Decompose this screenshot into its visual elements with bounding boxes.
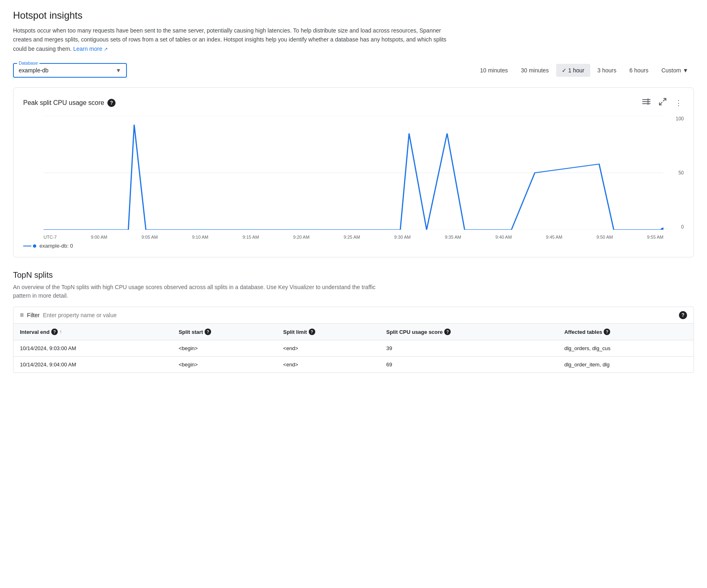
legend-dash-icon bbox=[23, 246, 31, 246]
col-cpu-help-icon[interactable]: ? bbox=[444, 329, 451, 335]
controls-row: Database example-db test-db prod-db ▼ 10… bbox=[13, 63, 694, 78]
chart-help-icon[interactable]: ? bbox=[107, 99, 116, 107]
time-filter-6hours[interactable]: 6 hours bbox=[624, 64, 654, 77]
filter-icon: ≡ bbox=[20, 311, 24, 319]
x-label-915: 9:15 AM bbox=[242, 235, 259, 240]
splits-table: Interval end ? ↑ Split start ? Spl bbox=[13, 324, 694, 372]
x-label-940: 9:40 AM bbox=[495, 235, 512, 240]
legend-dot-icon bbox=[33, 244, 36, 248]
table-container: Interval end ? ↑ Split start ? Spl bbox=[13, 324, 694, 373]
time-filter-10min[interactable]: 10 minutes bbox=[474, 64, 513, 77]
col-split-limit-help-icon[interactable]: ? bbox=[309, 329, 315, 335]
x-label-950: 9:50 AM bbox=[596, 235, 613, 240]
col-interval-end: Interval end ? ↑ bbox=[13, 324, 172, 340]
col-split-start: Split start ? bbox=[172, 324, 277, 340]
x-label-945: 9:45 AM bbox=[546, 235, 562, 240]
table-row: 10/14/2024, 9:04:00 AM <begin> <end> 69 … bbox=[13, 357, 694, 373]
cell-split-limit-0: <end> bbox=[277, 340, 380, 357]
cell-split-start-0: <begin> bbox=[172, 340, 277, 357]
x-label-920: 9:20 AM bbox=[293, 235, 310, 240]
chart-legend: example-db: 0 bbox=[23, 243, 684, 249]
filter-left: ≡ Filter bbox=[20, 311, 165, 319]
database-selector-wrapper: Database example-db test-db prod-db ▼ bbox=[13, 63, 127, 78]
custom-dropdown-icon: ▼ bbox=[683, 67, 688, 74]
filter-input[interactable] bbox=[43, 312, 165, 318]
time-filter-group: 10 minutes 30 minutes 1 hour 3 hours 6 h… bbox=[474, 64, 694, 77]
chart-actions: ⋮ bbox=[641, 96, 684, 109]
database-label: Database bbox=[17, 61, 39, 65]
chart-x-labels: UTC-7 9:00 AM 9:05 AM 9:10 AM 9:15 AM 9:… bbox=[23, 233, 684, 240]
table-row: 10/14/2024, 9:03:00 AM <begin> <end> 39 … bbox=[13, 340, 694, 357]
y-label-50: 50 bbox=[679, 170, 684, 176]
svg-line-4 bbox=[663, 98, 666, 101]
chart-title: Peak split CPU usage score bbox=[23, 99, 104, 107]
chart-more-options-button[interactable]: ⋮ bbox=[673, 97, 684, 109]
col-affected-tables: Affected tables ? bbox=[558, 324, 694, 340]
time-filter-3hours[interactable]: 3 hours bbox=[592, 64, 622, 77]
time-filter-1hour[interactable]: 1 hour bbox=[556, 64, 590, 77]
chart-y-labels: 100 50 0 bbox=[668, 116, 684, 230]
filter-bar: ≡ Filter ? bbox=[13, 307, 694, 324]
chart-card: Peak split CPU usage score ? bbox=[13, 87, 694, 257]
col-interval-help-icon[interactable]: ? bbox=[51, 329, 58, 335]
learn-more-link[interactable]: Learn more bbox=[73, 46, 108, 52]
x-label-utc: UTC-7 bbox=[44, 235, 57, 240]
cell-cpu-score-1: 69 bbox=[380, 357, 558, 373]
filter-help-icon[interactable]: ? bbox=[679, 311, 687, 319]
legend-line-item bbox=[23, 244, 36, 248]
cell-affected-tables-1: dlg_order_item, dlg bbox=[558, 357, 694, 373]
y-label-0: 0 bbox=[681, 224, 684, 230]
topn-section: TopN splits An overview of the TopN spli… bbox=[13, 270, 694, 373]
x-label-905: 9:05 AM bbox=[142, 235, 158, 240]
y-label-100: 100 bbox=[676, 116, 684, 122]
legend-label: example-db: 0 bbox=[39, 243, 73, 249]
database-select[interactable]: example-db test-db prod-db bbox=[19, 67, 121, 74]
topn-description: An overview of the TopN splits with high… bbox=[13, 283, 379, 300]
col-split-start-help-icon[interactable]: ? bbox=[205, 329, 211, 335]
table-header-row: Interval end ? ↑ Split start ? Spl bbox=[13, 324, 694, 340]
time-filter-30min[interactable]: 30 minutes bbox=[515, 64, 554, 77]
col-cpu-score: Split CPU usage score ? bbox=[380, 324, 558, 340]
chart-legend-toggle-button[interactable] bbox=[641, 97, 652, 109]
x-label-930: 9:30 AM bbox=[394, 235, 410, 240]
cell-interval-end-0: 10/14/2024, 9:03:00 AM bbox=[13, 340, 172, 357]
x-label-925: 9:25 AM bbox=[344, 235, 360, 240]
svg-point-9 bbox=[661, 228, 663, 230]
svg-line-5 bbox=[659, 102, 662, 105]
cell-affected-tables-0: dlg_orders, dlg_cus bbox=[558, 340, 694, 357]
page-title: Hotspot insights bbox=[13, 10, 694, 21]
x-label-910: 9:10 AM bbox=[192, 235, 208, 240]
col-interval-sort-icon[interactable]: ↑ bbox=[59, 329, 62, 335]
filter-label: Filter bbox=[27, 312, 39, 318]
col-affected-help-icon[interactable]: ? bbox=[604, 329, 610, 335]
cell-cpu-score-0: 39 bbox=[380, 340, 558, 357]
x-label-900: 9:00 AM bbox=[91, 235, 107, 240]
col-split-limit: Split limit ? bbox=[277, 324, 380, 340]
x-label-935: 9:35 AM bbox=[445, 235, 461, 240]
x-label-955: 9:55 AM bbox=[647, 235, 663, 240]
chart-header: Peak split CPU usage score ? bbox=[23, 96, 684, 109]
chart-container: 100 50 0 bbox=[23, 116, 684, 230]
chart-title-row: Peak split CPU usage score ? bbox=[23, 99, 116, 107]
cell-interval-end-1: 10/14/2024, 9:04:00 AM bbox=[13, 357, 172, 373]
page-description: Hotspots occur when too many requests ha… bbox=[13, 26, 460, 53]
cell-split-limit-1: <end> bbox=[277, 357, 380, 373]
time-filter-custom[interactable]: Custom ▼ bbox=[656, 64, 694, 77]
chart-expand-button[interactable] bbox=[657, 96, 668, 109]
chart-svg-area bbox=[44, 116, 663, 230]
cell-split-start-1: <begin> bbox=[172, 357, 277, 373]
topn-title: TopN splits bbox=[13, 270, 694, 280]
